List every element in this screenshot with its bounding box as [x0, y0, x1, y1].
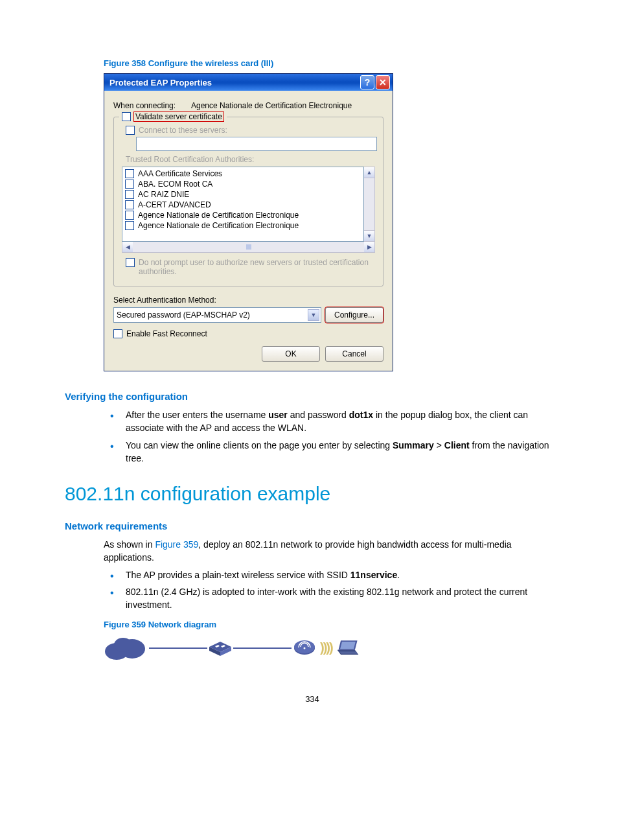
dialog-title: Protected EAP Properties: [109, 78, 359, 88]
svg-point-8: [304, 647, 306, 649]
list-item[interactable]: ABA. ECOM Root CA: [125, 179, 361, 189]
ca-checkbox[interactable]: [125, 211, 134, 220]
validate-server-label: Validate server certificate: [133, 111, 224, 122]
when-connecting-value: Agence Nationale de Certification Electr…: [191, 101, 383, 110]
protected-eap-dialog: Protected EAP Properties ? ✕ When connec…: [104, 73, 393, 371]
trusted-root-label: Trusted Root Certification Authorities:: [126, 155, 375, 164]
titlebar-help-button[interactable]: ?: [360, 75, 374, 89]
validate-server-checkbox[interactable]: [122, 112, 131, 121]
access-point-icon: [292, 638, 317, 659]
chevron-down-icon[interactable]: ▼: [308, 309, 319, 321]
scroll-right-button[interactable]: ▶: [364, 242, 374, 252]
cloud-icon: [104, 635, 149, 662]
cancel-button[interactable]: Cancel: [325, 346, 383, 362]
ok-button[interactable]: OK: [262, 346, 320, 362]
configure-button[interactable]: Configure...: [325, 307, 383, 323]
list-item: After the user enters the username user …: [104, 408, 560, 435]
ca-item-label: ABA. ECOM Root CA: [138, 180, 212, 189]
auth-method-dropdown[interactable]: Secured password (EAP-MSCHAP v2) ▼: [113, 307, 321, 323]
network-requirements-heading: Network requirements: [65, 520, 560, 531]
list-item[interactable]: Agence Nationale de Certification Electr…: [125, 220, 361, 231]
ca-item-label: AC RAIZ DNIE: [138, 190, 189, 199]
scroll-left-button[interactable]: ◀: [122, 242, 133, 252]
connect-servers-input[interactable]: [136, 137, 377, 151]
auth-method-value: Secured password (EAP-MSCHAP v2): [117, 310, 250, 320]
list-item: 802.11n (2.4 GHz) is adopted to inter-wo…: [104, 585, 560, 612]
titlebar-close-button[interactable]: ✕: [376, 75, 390, 89]
scroll-down-button[interactable]: ▼: [364, 230, 374, 241]
ca-horizontal-scrollbar[interactable]: ◀ ▶: [122, 242, 375, 253]
laptop-icon: [335, 638, 361, 659]
ca-item-label: Agence Nationale de Certification Electr…: [138, 221, 299, 230]
ca-vertical-scrollbar[interactable]: ▲ ▼: [364, 167, 375, 242]
ca-checkbox[interactable]: [125, 169, 134, 178]
ca-listbox[interactable]: AAA Certificate Services ABA. ECOM Root …: [122, 167, 364, 242]
list-item: The AP provides a plain-text wireless se…: [104, 568, 560, 581]
svg-point-7: [294, 640, 315, 653]
section-heading-80211n: 802.11n configuration example: [65, 483, 560, 505]
switch-icon: [207, 638, 233, 659]
fast-reconnect-label: Enable Fast Reconnect: [126, 329, 207, 338]
connect-servers-checkbox[interactable]: [126, 126, 135, 135]
figure-358-caption: Figure 358 Configure the wireless card (…: [104, 58, 560, 68]
do-not-prompt-checkbox[interactable]: [126, 258, 135, 267]
ca-checkbox[interactable]: [125, 200, 134, 209]
dialog-titlebar: Protected EAP Properties ? ✕: [104, 74, 393, 91]
wireless-waves-icon: )))): [317, 640, 335, 655]
network-diagram: )))): [104, 635, 560, 662]
body-paragraph: As shown in Figure 359, deploy an 802.11…: [104, 538, 560, 565]
ca-checkbox[interactable]: [125, 180, 134, 189]
ca-checkbox[interactable]: [125, 190, 134, 199]
connect-servers-label: Connect to these servers:: [139, 126, 227, 135]
figure-359-caption: Figure 359 Network diagram: [104, 620, 560, 629]
list-item[interactable]: AAA Certificate Services: [125, 169, 361, 179]
list-item[interactable]: A-CERT ADVANCED: [125, 200, 361, 210]
page-number: 334: [65, 694, 560, 704]
figure-359-link[interactable]: Figure 359: [155, 539, 198, 550]
list-item: You can view the online clients on the p…: [104, 439, 560, 465]
svg-marker-10: [340, 642, 356, 649]
scroll-up-button[interactable]: ▲: [364, 167, 374, 178]
when-connecting-label: When connecting:: [113, 101, 191, 110]
validate-server-groupbox: Validate server certificate Connect to t…: [113, 117, 383, 286]
ca-item-label: AAA Certificate Services: [138, 169, 222, 178]
do-not-prompt-label: Do not prompt user to authorize new serv…: [139, 258, 375, 276]
verifying-heading: Verifying the configuration: [65, 391, 560, 402]
list-item[interactable]: Agence Nationale de Certification Electr…: [125, 210, 361, 220]
ca-checkbox[interactable]: [125, 221, 134, 230]
select-auth-label: Select Authentication Method:: [113, 296, 383, 305]
fast-reconnect-checkbox[interactable]: [113, 329, 122, 338]
list-item[interactable]: AC RAIZ DNIE: [125, 189, 361, 200]
svg-point-2: [114, 638, 132, 652]
ca-item-label: A-CERT ADVANCED: [138, 200, 211, 209]
ca-item-label: Agence Nationale de Certification Electr…: [138, 211, 299, 220]
